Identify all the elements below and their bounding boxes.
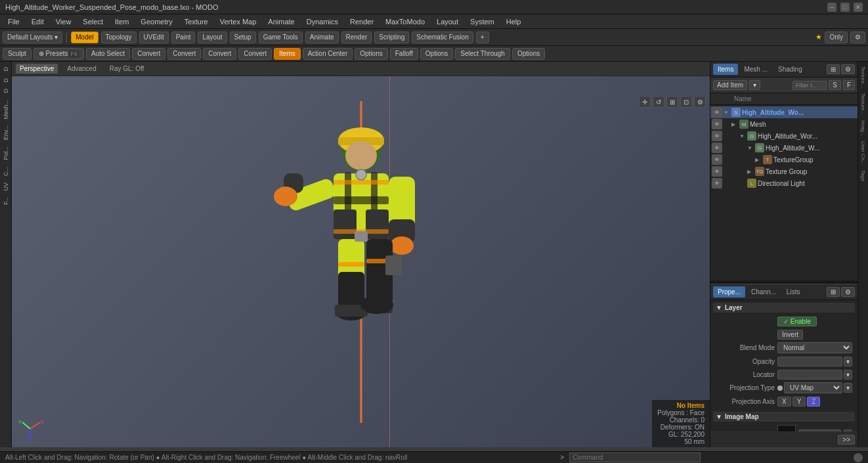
settings-button[interactable]: ⚙: [850, 32, 865, 43]
edge-tab-image[interactable]: Imag...: [859, 118, 867, 138]
plus-button[interactable]: +: [476, 32, 489, 43]
convert-button-4[interactable]: Convert: [238, 48, 272, 60]
expand-icon[interactable]: ▼: [739, 133, 746, 139]
action-center-button[interactable]: Action Center: [303, 48, 353, 60]
tree-row[interactable]: 👁 ▼ G High_Altitude_W...: [710, 142, 857, 154]
viewport-tab-raygl[interactable]: Ray GL: Off: [106, 64, 148, 74]
viewport-tab-perspective[interactable]: Perspective: [16, 64, 58, 74]
layout-dropdown-button[interactable]: Default Layouts ▾: [3, 32, 62, 43]
proj-type-select[interactable]: UV Map: [784, 382, 842, 393]
viewport[interactable]: Perspective Advanced Ray GL: Off: [12, 62, 710, 447]
auto-select-button[interactable]: Auto Select: [86, 48, 130, 60]
blend-mode-select[interactable]: Normal: [777, 342, 852, 353]
menu-animate[interactable]: Animate: [263, 16, 299, 27]
command-input[interactable]: [569, 452, 701, 462]
edge-tab-tags[interactable]: Tags: [859, 168, 867, 183]
axis-z-button[interactable]: Z: [807, 397, 820, 407]
items-tree[interactable]: 👁 ▼ S High_Altitude_Wo... 👁 ▶ M Mesh 👁 ▼…: [710, 105, 857, 263]
sidebar-tab-f[interactable]: F...: [1, 194, 11, 208]
menu-edit[interactable]: Edit: [26, 16, 49, 27]
eye-icon[interactable]: 👁: [712, 119, 722, 129]
proj-type-dropdown[interactable]: ▾: [844, 383, 852, 393]
layer-section-header[interactable]: ▼ Layer: [713, 303, 855, 313]
locator-dropdown[interactable]: ▾: [844, 370, 852, 380]
vp-ctrl-zoom[interactable]: ⊞: [666, 96, 678, 108]
setup-tab-button[interactable]: Setup: [230, 32, 256, 43]
scripting-tab-button[interactable]: Scripting: [374, 32, 409, 43]
vp-ctrl-rotate[interactable]: ↺: [653, 96, 664, 108]
tree-row[interactable]: 👁 ▼ G High_Altitude_Wor...: [710, 130, 857, 142]
items-button[interactable]: Items: [274, 48, 300, 60]
falloff-button[interactable]: Falloff: [390, 48, 418, 60]
menu-geometry[interactable]: Geometry: [135, 16, 177, 27]
enable-button[interactable]: ✓ Enable: [777, 317, 817, 326]
topology-tab-button[interactable]: Topology: [101, 32, 137, 43]
menu-texture[interactable]: Texture: [179, 16, 213, 27]
properties-tab[interactable]: Prope...: [713, 286, 745, 298]
edge-tab-texture1[interactable]: Texture...: [859, 64, 867, 90]
props-expand-button[interactable]: ⊞: [827, 287, 840, 297]
opacity-dropdown[interactable]: ▾: [844, 357, 852, 366]
menu-item[interactable]: Item: [110, 16, 134, 27]
tree-row[interactable]: 👁 ▼ S High_Altitude_Wo...: [710, 106, 857, 118]
sidebar-tab-d2[interactable]: D: [1, 76, 11, 85]
edge-tab-userch[interactable]: User Ch...: [859, 139, 867, 167]
expand-icon[interactable]: ▶: [747, 169, 754, 175]
vp-ctrl-move[interactable]: ✛: [639, 96, 651, 108]
maximize-button[interactable]: □: [840, 3, 850, 12]
options-button[interactable]: ⚙: [841, 64, 855, 74]
convert-button-2[interactable]: Convert: [167, 48, 201, 60]
viewport-canvas[interactable]: ✛ ↺ ⊞ ⊡ ⚙ No Items Polygons : Face Chann…: [12, 76, 710, 447]
edge-tab-texture2[interactable]: Texture...: [859, 91, 867, 117]
expand-button[interactable]: ⊞: [827, 64, 840, 74]
tree-row[interactable]: 👁 L Directional Light: [710, 177, 857, 189]
sidebar-tab-pol[interactable]: Pol...: [1, 144, 11, 163]
menu-vertexmap[interactable]: Vertex Map: [215, 16, 262, 27]
invert-button[interactable]: Invert: [777, 330, 803, 340]
add-item-dropdown[interactable]: ▾: [749, 80, 760, 90]
expand-icon[interactable]: ▶: [755, 157, 762, 163]
menu-render[interactable]: Render: [345, 16, 379, 27]
select-through-button[interactable]: Select Through: [455, 48, 510, 60]
image-map-section-header[interactable]: ▼ Image Map: [713, 412, 855, 422]
eye-icon[interactable]: 👁: [712, 107, 722, 118]
tree-row[interactable]: 👁 ▶ T TextureGroup: [710, 154, 857, 165]
menu-system[interactable]: System: [465, 16, 500, 27]
sidebar-tab-d1[interactable]: D: [1, 64, 11, 74]
game-tools-tab-button[interactable]: Game Tools: [259, 32, 303, 43]
sidebar-tab-mesh[interactable]: Mesh...: [1, 97, 11, 122]
layout-tab2-button[interactable]: Layout: [198, 32, 227, 43]
uvedit-tab-button[interactable]: UVEdit: [139, 32, 169, 43]
options-button-2[interactable]: Options: [420, 48, 453, 60]
schematic-fusion-tab-button[interactable]: Schematic Fusion: [412, 32, 473, 43]
eye-icon[interactable]: 👁: [712, 143, 722, 153]
vp-ctrl-settings[interactable]: ⚙: [694, 96, 706, 108]
tree-row[interactable]: 👁 ▶ M Mesh: [710, 118, 857, 130]
eye-icon[interactable]: 👁: [712, 178, 722, 188]
menu-select[interactable]: Select: [77, 16, 108, 27]
sculpt-button[interactable]: Sculpt: [3, 48, 32, 60]
model-tab-button[interactable]: Model: [71, 32, 98, 43]
vp-ctrl-fit[interactable]: ⊡: [680, 96, 692, 108]
viewport-tab-advanced[interactable]: Advanced: [63, 64, 100, 74]
opacity-input[interactable]: 100.0 %: [777, 357, 842, 366]
expand-icon[interactable]: ▼: [724, 110, 730, 116]
expand-icon[interactable]: ▼: [747, 145, 754, 151]
render-tab-button[interactable]: Render: [341, 32, 372, 43]
convert-button-1[interactable]: Convert: [132, 48, 165, 60]
only-button[interactable]: Only: [825, 32, 848, 43]
items-tab[interactable]: Items: [713, 64, 738, 75]
s-button[interactable]: S: [829, 80, 841, 90]
presets-button[interactable]: ⊕ Presets F6: [33, 48, 84, 60]
sidebar-tab-c[interactable]: C...: [1, 164, 11, 179]
lists-tab[interactable]: Lists: [782, 286, 805, 298]
convert-button-3[interactable]: Convert: [203, 48, 236, 60]
tree-row[interactable]: 👁 ▶ TG Texture Group: [710, 165, 857, 177]
f-button[interactable]: F: [843, 80, 855, 90]
eye-icon[interactable]: 👁: [712, 166, 722, 177]
eye-icon[interactable]: 👁: [712, 131, 722, 141]
image-thumbnail[interactable]: [777, 425, 796, 431]
eye-icon[interactable]: 👁: [712, 154, 722, 165]
minimize-button[interactable]: ─: [827, 3, 836, 12]
mesh-tab[interactable]: Mesh ...: [739, 64, 772, 75]
